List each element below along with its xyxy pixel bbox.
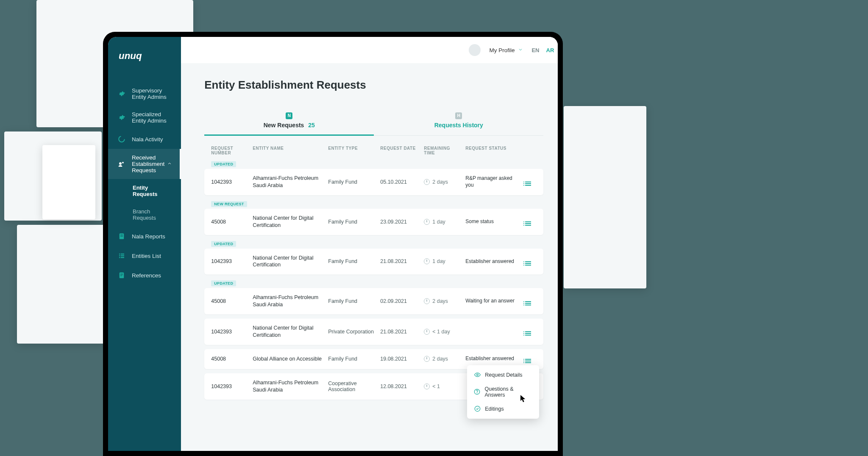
nav-references[interactable]: References — [108, 266, 181, 285]
lang-ar[interactable]: AR — [546, 47, 554, 53]
tab-label-text: New Requests — [264, 122, 304, 129]
cell-remaining-time: < 1 day — [424, 329, 462, 335]
row-actions-button[interactable] — [520, 327, 537, 336]
row-actions-button[interactable] — [520, 178, 537, 186]
svg-rect-14 — [120, 274, 123, 274]
document-icon — [117, 271, 126, 280]
menu-icon — [525, 221, 531, 226]
page-title: Entity Establishment Requests — [204, 78, 543, 92]
cell-status: Some status — [465, 218, 516, 225]
clock-icon — [424, 179, 430, 185]
svg-rect-12 — [121, 257, 124, 258]
nav-nala-activity[interactable]: Nala Activity — [108, 129, 181, 149]
row-actions-button[interactable] — [520, 218, 537, 226]
th-status: REQUEST STATUS — [465, 146, 516, 155]
bg-thumb-4 — [564, 106, 646, 288]
cell-entity-name: Alhamrani-Fuchs Petroleum Saudi Arabia — [253, 294, 325, 308]
bg-thumb-5 — [42, 145, 95, 219]
tab-new-requests[interactable]: N New Requests 25 — [204, 105, 374, 135]
table-row: NEW REQUEST 45008 National Center for Di… — [204, 199, 543, 235]
profile-menu[interactable]: My Profile — [489, 47, 523, 53]
table-row-content[interactable]: 1042393 Alhamrani-Fuchs Petroleum Saudi … — [204, 169, 543, 195]
menu-icon — [525, 359, 531, 363]
svg-rect-5 — [120, 235, 123, 235]
lang-en[interactable]: EN — [531, 47, 539, 53]
row-actions-button[interactable] — [520, 355, 537, 363]
table-row: 45008 Global Alliance on Accessible Fami… — [204, 349, 543, 369]
cell-entity-type: Family Fund — [328, 298, 377, 304]
menu-icon — [525, 301, 531, 305]
dropdown-editings[interactable]: Editings — [467, 402, 539, 416]
cell-remaining-time: 1 day — [424, 258, 462, 264]
th-time: REMAINING TIME — [424, 146, 462, 155]
topbar: My Profile EN AR — [181, 37, 558, 63]
th-number: REQUEST NUMBER — [211, 146, 249, 155]
dropdown-request-details[interactable]: Request Details — [467, 368, 539, 382]
tabs: N New Requests 25 H Requests History — [204, 105, 543, 136]
clock-icon — [424, 356, 430, 362]
table-row-content[interactable]: 1042393 National Center for Digital Cert… — [204, 319, 543, 345]
tab-count: 25 — [308, 122, 315, 129]
cell-date: 12.08.2021 — [380, 383, 420, 389]
chevron-down-icon — [518, 47, 523, 53]
cell-remaining-time: < 1 — [424, 383, 462, 389]
page-body: Entity Establishment Requests N New Requ… — [181, 63, 558, 451]
table-header: REQUEST NUMBER ENTITY NAME ENTITY TYPE R… — [204, 146, 543, 159]
nav-supervisory-admins[interactable]: Supervisory Entity Admins — [108, 82, 181, 106]
cell-number: 45008 — [211, 298, 249, 304]
requests-table: REQUEST NUMBER ENTITY NAME ENTITY TYPE R… — [204, 146, 543, 400]
dropdown-questions-answers[interactable]: Questions & Answers — [467, 382, 539, 402]
row-badge: UPDATED — [211, 280, 236, 286]
cell-number: 1042393 — [211, 329, 249, 335]
cell-remaining-time: 2 days — [424, 179, 462, 185]
cell-entity-name: Global Alliance on Accessible — [253, 355, 325, 363]
table-row: UPDATED 1042393 Alhamrani-Fuchs Petroleu… — [204, 159, 543, 195]
row-actions-button[interactable] — [520, 297, 537, 305]
cell-entity-type: Family Fund — [328, 179, 377, 185]
cell-entity-name: National Center for Digital Certificatio… — [253, 325, 325, 339]
row-badge: NEW REQUEST — [211, 201, 247, 207]
chevron-up-icon — [167, 161, 172, 167]
nav-branch-requests[interactable]: Branch Requests — [108, 203, 181, 227]
svg-rect-6 — [120, 236, 123, 236]
nav-entities-list[interactable]: Entities List — [108, 246, 181, 266]
nav-nala-reports[interactable]: Nala Reports — [108, 227, 181, 246]
cell-number: 45008 — [211, 356, 249, 362]
nav-label: Entity Requests — [133, 185, 172, 197]
clock-icon — [424, 329, 430, 335]
sidebar-nav: Supervisory Entity Admins Specialized En… — [108, 82, 181, 451]
svg-point-2 — [119, 162, 122, 165]
nav-entity-requests[interactable]: Entity Requests — [108, 179, 181, 203]
cell-remaining-time: 2 days — [424, 298, 462, 304]
nav-specialized-admins[interactable]: Specialized Entity Admins — [108, 106, 181, 129]
tab-badge-h: H — [455, 112, 462, 119]
avatar[interactable] — [469, 44, 481, 56]
nav-label: Nala Reports — [132, 233, 165, 240]
table-row-content[interactable]: 45008 Alhamrani-Fuchs Petroleum Saudi Ar… — [204, 288, 543, 314]
gear-icon — [117, 113, 126, 122]
cell-entity-name: Alhamrani-Fuchs Petroleum Saudi Arabia — [253, 175, 325, 189]
cell-status: Establisher answered — [465, 355, 516, 362]
table-row-content[interactable]: 45008 National Center for Digital Certif… — [204, 209, 543, 235]
cell-date: 05.10.2021 — [380, 179, 420, 185]
row-actions-button[interactable] — [520, 257, 537, 266]
table-row-content[interactable]: 1042393 National Center for Digital Cert… — [204, 249, 543, 275]
sidebar: unuq Supervisory Entity Admins Specializ… — [108, 37, 181, 451]
cell-date: 23.09.2021 — [380, 219, 420, 225]
th-type: ENTITY TYPE — [328, 146, 377, 155]
table-row: 1042393 National Center for Digital Cert… — [204, 319, 543, 345]
row-actions-dropdown: Request Details Questions & Answers Edit… — [467, 365, 539, 419]
cursor-icon — [520, 395, 526, 403]
cell-status: Waiting for an answer — [465, 298, 516, 305]
nav-label: Received Establisment Requests — [132, 154, 164, 173]
report-icon — [117, 232, 126, 241]
tab-history[interactable]: H Requests History — [374, 105, 543, 135]
cell-entity-name: Alhamrani-Fuchs Petroleum Saudi Arabia — [253, 379, 325, 394]
row-badge: UPDATED — [211, 161, 236, 167]
clock-icon — [424, 298, 430, 304]
cell-entity-type: Private Corporation — [328, 329, 377, 335]
cell-remaining-time: 2 days — [424, 356, 462, 362]
nav-received-requests[interactable]: Received Establisment Requests — [108, 149, 181, 179]
svg-rect-15 — [120, 275, 123, 275]
svg-rect-16 — [120, 276, 122, 276]
